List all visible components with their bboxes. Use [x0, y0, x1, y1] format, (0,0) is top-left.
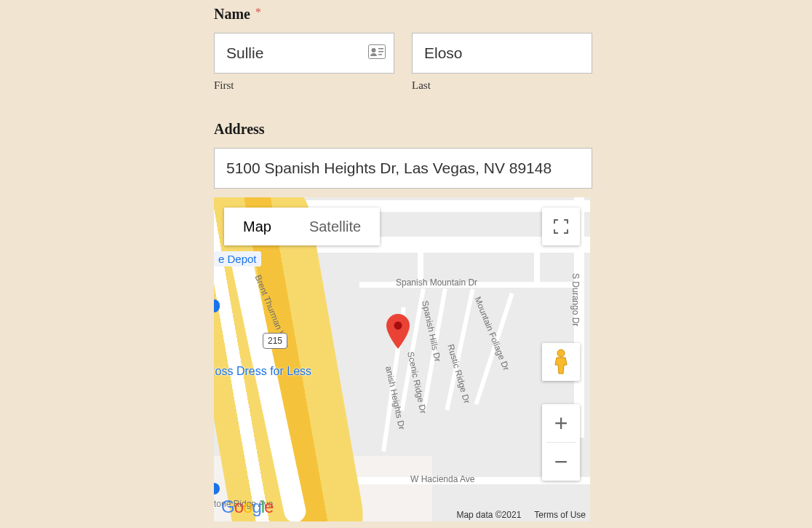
street-hacienda: W Hacienda Ave	[410, 474, 475, 484]
pegman-icon	[551, 349, 571, 375]
first-name-sublabel: First	[214, 79, 394, 92]
address-label: Address	[214, 121, 592, 138]
street-s-durango: S Durango Dr	[570, 273, 581, 326]
street-spanish-mountain: Spanish Mountain Dr	[396, 277, 477, 288]
poi-ross-label: Ross Dress for Less	[214, 365, 311, 377]
road	[534, 253, 540, 282]
svg-point-5	[394, 322, 402, 330]
zoom-in-button[interactable]: +	[542, 404, 580, 442]
map-type-control: Map Satellite	[224, 208, 380, 245]
google-logo: Google	[221, 497, 273, 517]
zoom-control: + −	[542, 404, 580, 481]
poi-dot-icon	[214, 483, 220, 494]
map-marker-icon[interactable]	[386, 314, 410, 349]
pegman-button[interactable]	[542, 343, 580, 381]
name-label-text: Name	[214, 6, 250, 22]
highway-shield: 215	[263, 333, 287, 349]
terms-link[interactable]: Terms of Use	[534, 510, 586, 520]
zoom-out-button[interactable]: −	[542, 443, 580, 481]
last-name-input[interactable]	[412, 33, 592, 74]
fullscreen-icon	[554, 219, 568, 234]
name-label: Name *	[214, 6, 592, 23]
poi-ross: Ross Dress for Less	[214, 365, 311, 378]
required-asterisk: *	[255, 6, 261, 18]
map-attribution: Map data ©2021 Terms of Use	[456, 510, 586, 520]
map[interactable]: e Depot Ross Dress for Less Brent Thurma…	[214, 197, 590, 521]
poi-depot: e Depot	[214, 251, 261, 267]
last-name-sublabel: Last	[412, 79, 592, 92]
poi-dot	[214, 481, 221, 494]
svg-point-6	[557, 350, 565, 357]
address-input[interactable]	[214, 148, 592, 189]
first-name-input[interactable]	[214, 33, 394, 74]
map-type-map-button[interactable]: Map	[224, 208, 290, 245]
map-data-text: Map data ©2021	[456, 510, 521, 520]
map-type-satellite-button[interactable]: Satellite	[290, 208, 380, 245]
poi-dot-icon	[214, 301, 220, 312]
fullscreen-button[interactable]	[542, 208, 580, 245]
poi-dot	[214, 299, 221, 312]
